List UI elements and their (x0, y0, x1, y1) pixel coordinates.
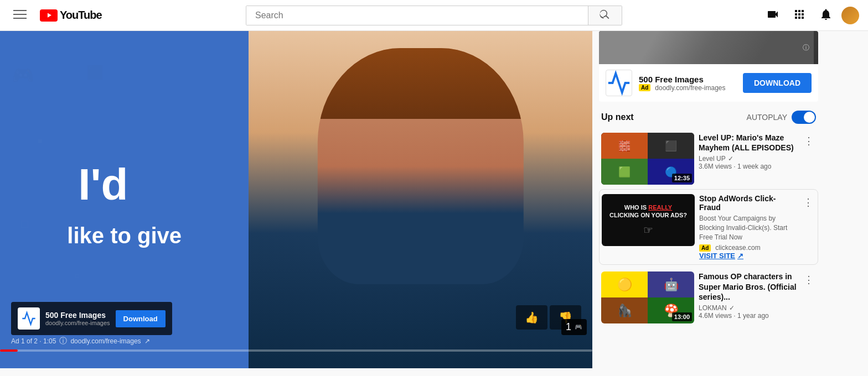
suggested-meta-3: 4.6M views · 1 year ago (699, 312, 797, 320)
header-search-area (246, 6, 622, 25)
ad-card-body: 500 Free Images Ad doodly.com/free-image… (599, 64, 818, 102)
verified-icon-1: ✓ (728, 155, 733, 163)
autoplay-row: AUTOPLAY (747, 111, 816, 124)
ad-domain-video: doodly.com/free-images (45, 320, 110, 326)
video-area: 🎮 ⬛ ▪ ◻ ▫ I'd like to give (0, 31, 592, 376)
header-right (748, 3, 859, 27)
video-info: #Mario #fail #Lokman Super Mario Fail PA… (0, 368, 592, 376)
bell-icon (819, 8, 833, 23)
person-face (318, 48, 524, 284)
progress-bar[interactable] (0, 349, 592, 352)
playlist-number: 1 (566, 321, 571, 333)
ad-label: Ad 1 of 2 · 1:05 (11, 337, 56, 345)
ad-card-title: 500 Free Images (639, 75, 736, 84)
external-link-icon2: ↗ (737, 252, 743, 260)
ad-badge2: Ad (699, 244, 711, 252)
more-options-btn-3[interactable]: ⋮ (802, 271, 816, 288)
ad-text: 500 Free Images doodly.com/free-images (45, 311, 110, 326)
thumbnail-chars: 🟡 🤖 🦍 🍄 13:00 (601, 271, 694, 323)
ad-icon (18, 307, 40, 330)
ad-domain-row2: Ad clickcease.com (699, 244, 797, 252)
ad-download-btn[interactable]: DOWNLOAD (743, 73, 812, 93)
svg-marker-3 (48, 13, 51, 17)
apps-button[interactable] (788, 3, 810, 27)
ad-card-icon (606, 70, 632, 96)
autoplay-label: AUTOPLAY (747, 113, 787, 122)
verified-icon-3: ✓ (729, 304, 735, 312)
slide-text: I'd like to give (67, 152, 182, 248)
adwords-title-thumb: WHO IS REALLYCLICKING ON YOUR ADS? (609, 203, 687, 220)
hair (318, 48, 524, 119)
suggested-channel-3: LOKMAN ✓ (699, 304, 797, 312)
autoplay-toggle[interactable] (792, 111, 816, 124)
ad-suggested-title: Stop AdWords Click-Fraud (699, 194, 797, 212)
adwords-thumbnail: WHO IS REALLYCLICKING ON YOUR ADS? ☞ (602, 194, 695, 246)
create-video-button[interactable] (762, 3, 784, 27)
mini-playlist: 1 🎮 (561, 319, 587, 335)
slide-line1: I'd (67, 152, 182, 218)
ad-badge: Ad (639, 84, 650, 91)
up-next-header: Up next AUTOPLAY (599, 106, 818, 128)
suggested-title-3: Famous OP characters in Super Mario Bros… (699, 271, 797, 302)
ad-title-video: 500 Free Images (45, 311, 110, 320)
ad-card-domain: doodly.com/free-images (655, 84, 725, 92)
progress-area (0, 349, 592, 352)
avatar[interactable] (841, 7, 859, 24)
clickcease-domain: clickcease.com (715, 244, 760, 252)
ad-info-icon: ⓘ (803, 43, 809, 53)
toggle-thumb (804, 112, 815, 123)
channel-name-1: Level UP (699, 155, 726, 163)
slide-line2: like to give (67, 223, 182, 248)
thumbs-up-button[interactable]: 👍 (516, 305, 547, 330)
header-left: YouTube (9, 3, 120, 27)
suggested-meta-1: 3.6M views · 1 week ago (699, 163, 797, 170)
ad-domain-bar: doodly.com/free-images (70, 337, 141, 345)
channel-name-3: LOKMAN (699, 304, 727, 312)
video-player[interactable]: 🎮 ⬛ ▪ ◻ ▫ I'd like to give (0, 31, 592, 368)
apps-icon (793, 8, 806, 23)
svg-rect-0 (13, 10, 27, 11)
ad-suggested-info: Stop AdWords Click-Fraud Boost Your Camp… (699, 194, 797, 260)
ad-download-btn-video[interactable]: Download (116, 310, 166, 327)
suggested-channel-1: Level UP ✓ (699, 155, 797, 163)
sidebar: ⓘ 500 Free Images Ad doodly.com/free-ima… (592, 31, 825, 376)
visit-site-link[interactable]: VISIT SITE ↗ (699, 252, 797, 260)
site-header: YouTube (0, 0, 868, 31)
thumbnail-mario-maze: 🧱 ⬛ 🟩 🔵 12:35 (601, 133, 694, 185)
suggested-item-3[interactable]: 🟡 🤖 🦍 🍄 13:00 Famous OP characters in Su… (599, 267, 818, 328)
progress-fill (0, 349, 18, 352)
svg-rect-2 (13, 18, 27, 19)
yt-icon (40, 9, 58, 22)
menu-button[interactable] (9, 3, 31, 27)
sidebar-ad-card: ⓘ 500 Free Images Ad doodly.com/free-ima… (599, 31, 818, 102)
search-button[interactable] (588, 6, 622, 25)
ad-suggested-desc: Boost Your Campaigns by Blocking Invalid… (699, 214, 797, 242)
search-input[interactable] (246, 6, 588, 25)
ad-info-icon: ⓘ (59, 336, 67, 346)
ad-domain-row: Ad doodly.com/free-images (639, 84, 736, 92)
external-link-icon: ↗ (144, 337, 150, 345)
adwords-cursor: ☞ (643, 223, 653, 237)
adwords-bg: WHO IS REALLYCLICKING ON YOUR ADS? ☞ (602, 194, 695, 246)
yt-wordmark: YouTube (60, 9, 102, 22)
svg-rect-1 (13, 14, 27, 15)
more-options-btn-ad[interactable]: ⋮ (801, 194, 815, 211)
ad-card-content: 500 Free Images Ad doodly.com/free-image… (639, 75, 736, 92)
up-next-label: Up next (601, 112, 634, 122)
suggested-item[interactable]: 🧱 ⬛ 🟩 🔵 12:35 Level UP: Mario's Maze May… (599, 128, 818, 189)
suggested-info-3: Famous OP characters in Super Mario Bros… (699, 271, 797, 323)
duration-3: 13:00 (672, 312, 692, 321)
ad-suggested-item[interactable]: WHO IS REALLYCLICKING ON YOUR ADS? ☞ Sto… (599, 189, 818, 265)
notifications-button[interactable] (815, 3, 837, 27)
hamburger-icon (13, 8, 27, 23)
create-icon (766, 8, 779, 23)
search-icon (600, 9, 611, 22)
main-content: 🎮 ⬛ ▪ ◻ ▫ I'd like to give (0, 31, 868, 376)
playlist-icon: 🎮 (575, 323, 582, 331)
duration-1: 12:35 (672, 174, 692, 182)
search-bar (246, 6, 622, 25)
video-ad-overlay: 500 Free Images doodly.com/free-images D… (11, 302, 172, 335)
more-options-btn-1[interactable]: ⋮ (802, 133, 816, 149)
ad-banner: ⓘ (599, 31, 818, 64)
youtube-logo[interactable]: YouTube (40, 9, 102, 22)
